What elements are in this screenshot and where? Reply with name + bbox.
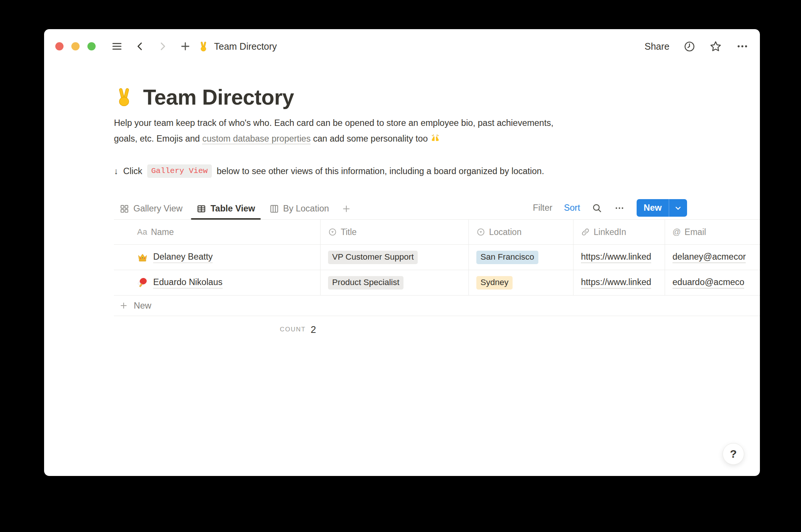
tab-label: Table View xyxy=(210,204,255,214)
victory-hand-emoji[interactable] xyxy=(114,87,134,107)
down-arrow-icon: ↓ xyxy=(114,166,118,176)
person-page-link[interactable]: Delaney Beatty xyxy=(153,252,213,263)
linkedin-url-link[interactable]: https://www.linked xyxy=(581,252,651,263)
column-header-location[interactable]: Location xyxy=(469,220,573,244)
select-type-icon xyxy=(328,228,337,236)
name-cell[interactable]: Eduardo Nikolaus xyxy=(114,270,321,295)
email-cell[interactable]: eduardo@acmeco xyxy=(665,270,760,295)
tab-table-view[interactable]: Table View xyxy=(191,196,260,219)
table-row: Delaney Beatty VP Customer Support San F… xyxy=(114,245,760,270)
victory-hand-emoji xyxy=(198,41,209,52)
views-toolbar: Gallery View Table View By Location xyxy=(114,196,760,220)
share-button[interactable]: Share xyxy=(644,41,669,52)
new-button-label[interactable]: New xyxy=(637,199,669,217)
new-record-button[interactable]: New xyxy=(637,199,687,217)
add-view-button[interactable] xyxy=(338,196,355,219)
url-type-icon xyxy=(581,228,590,236)
plus-icon xyxy=(341,204,351,214)
minimize-window-button[interactable] xyxy=(71,42,80,50)
window-title: Team Directory xyxy=(214,41,277,52)
tab-label: Gallery View xyxy=(133,204,182,214)
titlebar: Team Directory Share xyxy=(44,29,760,64)
crown-emoji xyxy=(137,252,148,263)
ping-pong-emoji xyxy=(137,277,148,288)
table-grid-icon xyxy=(197,204,206,214)
title-tag: Product Specialist xyxy=(328,276,403,290)
new-tab-button[interactable] xyxy=(180,41,191,52)
gallery-grid-icon xyxy=(120,204,129,214)
sidebar-toggle-icon[interactable] xyxy=(111,41,123,52)
board-columns-icon xyxy=(269,204,279,214)
notion-window: Team Directory Share Team Directory Help… xyxy=(44,29,760,476)
column-header-title[interactable]: Title xyxy=(321,220,469,244)
callout-line: ↓ Click Gallery View below to see other … xyxy=(114,162,760,180)
location-tag: San Francisco xyxy=(476,251,538,264)
email-type-icon: @ xyxy=(672,227,681,237)
column-header-name[interactable]: Aa Name xyxy=(114,220,321,244)
text-type-icon: Aa xyxy=(137,227,147,237)
email-cell[interactable]: delaney@acmecor xyxy=(665,245,760,270)
team-directory-table: Aa Name Title Location xyxy=(114,220,760,343)
title-cell[interactable]: VP Customer Support xyxy=(321,245,469,270)
table-row: Eduardo Nikolaus Product Specialist Sydn… xyxy=(114,270,760,296)
tab-gallery-view[interactable]: Gallery View xyxy=(114,196,188,219)
email-link[interactable]: delaney@acmecor xyxy=(672,252,746,263)
email-link[interactable]: eduardo@acmeco xyxy=(672,277,744,288)
raising-hands-emoji xyxy=(430,133,440,143)
custom-properties-link[interactable]: custom database properties xyxy=(202,134,310,144)
back-button[interactable] xyxy=(135,41,145,51)
updates-clock-icon[interactable] xyxy=(684,41,695,52)
title-cell[interactable]: Product Specialist xyxy=(321,270,469,295)
linkedin-url-link[interactable]: https://www.linked xyxy=(581,277,651,288)
linkedin-cell[interactable]: https://www.linked xyxy=(573,270,665,295)
page-title: Team Directory xyxy=(143,85,294,109)
zoom-window-button[interactable] xyxy=(87,42,96,50)
location-tag: Sydney xyxy=(476,276,513,290)
ellipsis-icon[interactable] xyxy=(614,202,625,214)
more-options-icon[interactable] xyxy=(736,40,749,53)
plus-icon xyxy=(119,301,128,310)
page-description: Help your team keep track of who's who. … xyxy=(114,115,674,146)
help-button[interactable]: ? xyxy=(723,443,744,465)
close-window-button[interactable] xyxy=(55,42,64,50)
favorite-star-icon[interactable] xyxy=(709,40,722,53)
location-cell[interactable]: Sydney xyxy=(469,270,573,295)
gallery-view-code-chip: Gallery View xyxy=(147,164,212,178)
person-page-link[interactable]: Eduardo Nikolaus xyxy=(153,277,223,288)
tab-by-location[interactable]: By Location xyxy=(264,196,335,219)
count-label: COUNT xyxy=(280,326,306,333)
search-icon[interactable] xyxy=(592,203,602,213)
new-row-button[interactable]: New xyxy=(114,296,760,316)
sort-button[interactable]: Sort xyxy=(564,203,580,213)
location-cell[interactable]: San Francisco xyxy=(469,245,573,270)
count-value: 2 xyxy=(311,324,316,335)
page-title-block: Team Directory xyxy=(114,85,760,109)
traffic-lights xyxy=(55,42,96,50)
title-tag: VP Customer Support xyxy=(328,251,418,264)
forward-button[interactable] xyxy=(158,41,167,51)
linkedin-cell[interactable]: https://www.linked xyxy=(573,245,665,270)
tab-label: By Location xyxy=(283,204,329,214)
filter-button[interactable]: Filter xyxy=(533,203,552,213)
select-type-icon xyxy=(476,228,485,236)
chevron-down-icon[interactable] xyxy=(669,199,687,217)
column-header-linkedin[interactable]: LinkedIn xyxy=(573,220,665,244)
name-cell[interactable]: Delaney Beatty xyxy=(114,245,321,270)
table-header-row: Aa Name Title Location xyxy=(114,220,760,245)
column-header-email[interactable]: @ Email xyxy=(665,220,760,244)
table-count-row[interactable]: COUNT 2 xyxy=(114,316,321,343)
help-question-mark: ? xyxy=(730,448,737,460)
